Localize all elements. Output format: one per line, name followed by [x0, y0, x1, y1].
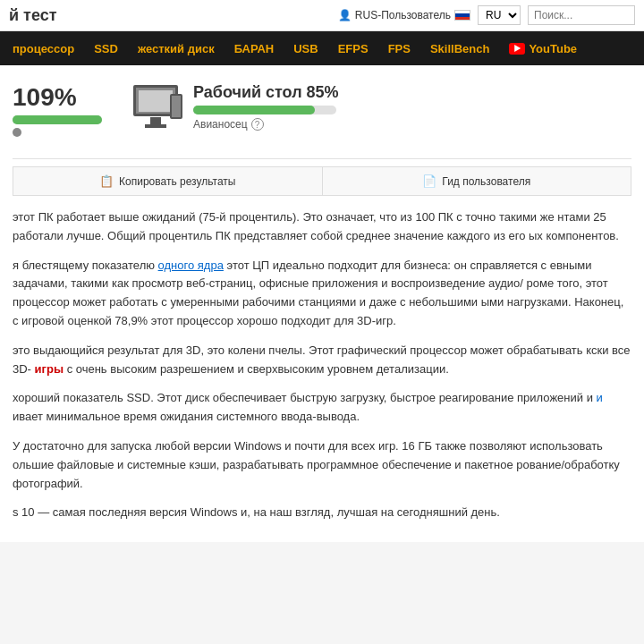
user-badge: 👤 RUS-Пользователь — [338, 9, 470, 21]
action-buttons: 📋 Копировать результаты 📄 Гид пользовате… — [13, 166, 631, 196]
youtube-icon — [509, 43, 525, 55]
nav-item-ram[interactable]: БАРАН — [225, 35, 284, 63]
desktop-bar-bg — [193, 106, 336, 114]
navbar: процессор SSD жесткий диск БАРАН USB EFP… — [0, 31, 644, 65]
page-title: й тест — [9, 6, 56, 25]
desktop-score-label: Рабочий стол 85% — [193, 83, 339, 102]
desc-p1: этот ПК работает выше ожиданий (75-й про… — [13, 208, 631, 246]
nav-item-usb[interactable]: USB — [284, 35, 326, 63]
score-bar-bg — [13, 115, 102, 124]
desc-p5: У достаточно для запуска любой версии Wi… — [13, 437, 631, 493]
desc-p6: s 10 — самая последняя версия Windows и,… — [13, 504, 631, 522]
nav-item-hdd[interactable]: жесткий диск — [129, 35, 224, 63]
score-section: 109% Рабочий стол 85% — [13, 74, 631, 151]
main-content: 109% Рабочий стол 85% — [0, 65, 644, 542]
copy-results-button[interactable]: 📋 Копировать результаты — [13, 167, 323, 195]
search-input[interactable] — [528, 5, 635, 25]
nav-item-efps[interactable]: EFPS — [329, 35, 377, 63]
monitor-screen — [139, 90, 173, 112]
guide-icon: 📄 — [422, 174, 436, 188]
language-select[interactable]: RU EN — [478, 5, 521, 25]
desc-p2: я блестящему показателю одного ядра этот… — [13, 257, 631, 331]
nav-item-cpu[interactable]: процессор — [4, 35, 83, 63]
monitor-stand — [150, 117, 161, 124]
ssd-link: и — [593, 391, 603, 404]
one-core-link[interactable]: одного ядра — [158, 258, 224, 272]
games-link[interactable]: игры — [35, 362, 64, 376]
desc-p3: это выдающийся результат для 3D, это кол… — [13, 342, 631, 379]
score-sub: Авианосец ? — [193, 118, 339, 131]
user-label: RUS-Пользователь — [355, 9, 451, 21]
header: й тест 👤 RUS-Пользователь RU EN — [0, 0, 644, 31]
nav-item-ssd[interactable]: SSD — [85, 35, 127, 63]
nav-youtube-label: YouTube — [529, 42, 577, 55]
score-center: Рабочий стол 85% Авианосец ? — [129, 83, 339, 131]
score-left: 109% — [13, 83, 102, 137]
desktop-bar-fill — [193, 106, 315, 114]
help-icon[interactable]: ? — [251, 118, 264, 131]
flag-icon — [454, 10, 470, 21]
nav-item-youtube[interactable]: YouTube — [500, 35, 586, 63]
desktop-icon — [129, 85, 182, 130]
user-guide-button[interactable]: 📄 Гид пользователя — [323, 167, 631, 195]
separator — [13, 158, 631, 159]
nav-item-fps[interactable]: FPS — [379, 35, 419, 63]
nav-item-skillbench[interactable]: SkillBench — [421, 35, 498, 63]
desc-p4: хороший показатель SSD. Этот диск обеспе… — [13, 389, 631, 427]
score-dot — [13, 128, 21, 137]
copy-label: Копировать результаты — [119, 175, 235, 188]
copy-icon: 📋 — [99, 174, 114, 188]
score-info: Рабочий стол 85% Авианосец ? — [193, 83, 339, 131]
desktop-tower — [170, 94, 182, 119]
header-right: 👤 RUS-Пользователь RU EN — [338, 5, 635, 25]
monitor-base — [145, 124, 166, 128]
description: этот ПК работает выше ожиданий (75-й про… — [13, 208, 631, 522]
guide-label: Гид пользователя — [442, 175, 530, 188]
sub-label: Авианосец — [193, 118, 248, 131]
score-bar-fill — [13, 115, 102, 124]
score-number: 109% — [13, 83, 102, 112]
user-icon: 👤 — [338, 9, 352, 21]
